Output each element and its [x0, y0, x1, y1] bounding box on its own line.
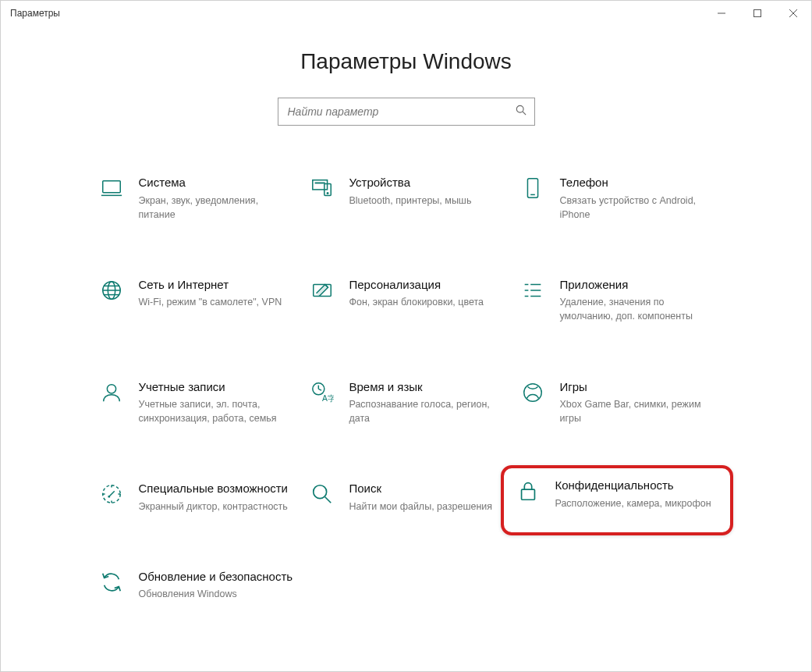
tile-title: Приложения: [560, 277, 714, 293]
tile-title: Специальные возможности: [139, 481, 293, 496]
tile-title: Конфиденциальность: [555, 478, 719, 493]
tile-title: Учетные записи: [139, 379, 293, 395]
tile-title: Сеть и Интернет: [139, 277, 293, 293]
search-input[interactable]: [286, 105, 516, 119]
svg-point-33: [313, 485, 326, 499]
apps-icon: [519, 277, 546, 304]
svg-point-10: [327, 193, 328, 194]
svg-rect-35: [521, 489, 534, 500]
svg-point-26: [107, 384, 115, 393]
xbox-icon: [519, 379, 546, 406]
tile-title: Обновление и безопасность: [139, 569, 293, 585]
svg-text:A字: A字: [322, 394, 334, 403]
tile-update[interactable]: Обновление и безопасность Обновления Win…: [90, 563, 301, 608]
search-box[interactable]: [278, 98, 535, 126]
magnifier-icon: [309, 481, 335, 507]
svg-line-5: [523, 112, 526, 115]
phone-icon: [519, 175, 546, 201]
tile-desc: Связать устройство с Android, iPhone: [560, 194, 714, 222]
tile-desc: Фон, экран блокировки, цвета: [349, 295, 504, 309]
tile-ease-of-access[interactable]: Специальные возможности Экранный диктор,…: [90, 475, 301, 520]
svg-point-31: [523, 383, 541, 401]
svg-rect-8: [312, 180, 327, 190]
tile-desc: Учетные записи, эл. почта, синхронизация…: [139, 397, 293, 425]
tile-title: Персонализация: [349, 277, 504, 293]
tile-desc: Обновления Windows: [139, 587, 293, 601]
titlebar: Параметры: [1, 1, 811, 26]
svg-line-29: [318, 389, 321, 390]
svg-line-34: [324, 497, 331, 503]
devices-icon: [309, 175, 335, 201]
content-area: Параметры Windows Система Экран, звук, у…: [1, 26, 811, 671]
update-icon: [98, 569, 125, 596]
tile-title: Система: [139, 175, 293, 190]
tile-devices[interactable]: Устройства Bluetooth, принтеры, мышь: [301, 169, 512, 228]
tile-title: Устройства: [349, 175, 504, 190]
svg-point-4: [516, 105, 523, 112]
tile-desc: Xbox Game Bar, снимки, режим игры: [560, 397, 714, 425]
minimize-button[interactable]: [704, 1, 739, 26]
close-button[interactable]: [775, 1, 811, 26]
tile-title: Игры: [560, 379, 714, 395]
tile-desc: Удаление, значения по умолчанию, доп. ко…: [560, 295, 714, 323]
tile-apps[interactable]: Приложения Удаление, значения по умолчан…: [512, 271, 722, 330]
tile-accounts[interactable]: Учетные записи Учетные записи, эл. почта…: [90, 373, 301, 432]
svg-rect-1: [754, 10, 761, 17]
search-wrap: [1, 98, 811, 126]
window-title: Параметры: [10, 8, 704, 19]
tile-desc: Экран, звук, уведомления, питание: [139, 194, 293, 222]
tile-search[interactable]: Поиск Найти мои файлы, разрешения: [301, 475, 512, 520]
time-lang-icon: A字: [309, 379, 335, 406]
tile-gaming[interactable]: Игры Xbox Game Bar, снимки, режим игры: [512, 373, 722, 432]
settings-window: Параметры Параметры Windows: [0, 0, 812, 672]
tile-desc: Wi-Fi, режим "в самолете", VPN: [139, 295, 293, 309]
tile-title: Телефон: [560, 175, 714, 190]
page-title: Параметры Windows: [1, 49, 811, 74]
maximize-button[interactable]: [739, 1, 775, 26]
accessibility-icon: [98, 481, 125, 507]
system-icon: [98, 175, 125, 201]
tile-phone[interactable]: Телефон Связать устройство с Android, iP…: [512, 169, 722, 228]
tile-personalization[interactable]: Персонализация Фон, экран блокировки, цв…: [301, 271, 512, 330]
svg-rect-11: [314, 183, 324, 184]
svg-rect-6: [102, 181, 120, 193]
tile-title: Время и язык: [349, 379, 504, 395]
tile-title: Поиск: [349, 481, 504, 496]
search-icon: [516, 105, 527, 119]
paint-icon: [309, 277, 335, 304]
tile-network[interactable]: Сеть и Интернет Wi-Fi, режим "в самолете…: [90, 271, 301, 330]
person-icon: [98, 379, 125, 406]
globe-icon: [98, 277, 125, 304]
tile-desc: Найти мои файлы, разрешения: [349, 500, 504, 514]
tile-privacy[interactable]: Конфиденциальность Расположение, камера,…: [501, 465, 733, 535]
settings-grid: Система Экран, звук, уведомления, питани…: [1, 169, 811, 608]
window-controls: [704, 1, 811, 26]
lock-icon: [515, 478, 541, 504]
tile-desc: Bluetooth, принтеры, мышь: [349, 194, 504, 208]
tile-time-language[interactable]: A字 Время и язык Распознавание голоса, ре…: [301, 373, 512, 432]
tile-desc: Расположение, камера, микрофон: [555, 496, 719, 510]
tile-system[interactable]: Система Экран, звук, уведомления, питани…: [90, 169, 301, 228]
tile-desc: Распознавание голоса, регион, дата: [349, 397, 504, 425]
tile-desc: Экранный диктор, контрастность: [139, 500, 293, 514]
